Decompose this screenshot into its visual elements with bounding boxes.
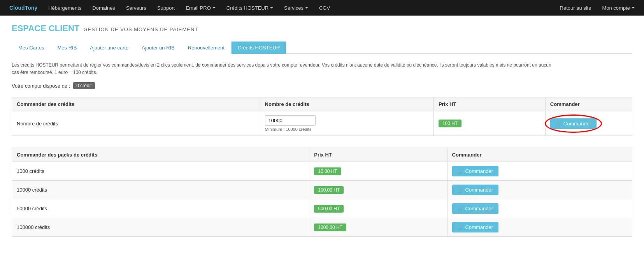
nav-support[interactable]: Support [152,0,181,16]
pack-label: 100000 crédits [12,218,309,237]
account-status: Votre compte dispose de : 0 crédit [12,82,632,89]
pack-commander-cell: Commander [447,181,632,199]
cart-icon [556,121,562,127]
pack-commander-cell: Commander [447,199,632,218]
pack-price-cell: 500,00 HT [309,199,447,218]
tab-mes-rib[interactable]: Mes RIB [51,41,83,54]
pack-price-cell: 1000,00 HT [309,218,447,237]
nav-services[interactable]: Services [279,0,314,16]
tab-ajouter-carte[interactable]: Ajouter une carte [83,41,135,54]
tab-ajouter-rib[interactable]: Ajouter un RIB [135,41,181,54]
pack-price-badge: 100,00 HT [314,186,344,194]
tab-mes-cartes[interactable]: Mes Cartes [12,41,51,54]
credits-price-badge: 100 HT [439,120,462,127]
credits-table-header-desc: Commander des crédits [12,97,260,111]
pack-price-cell: 10,00 HT [309,162,447,181]
page-header: ESPACE CLIENT GESTION DE VOS MOYENS DE P… [12,23,632,33]
tabs-container: Mes Cartes Mes RIB Ajouter une carte Ajo… [12,41,632,54]
credits-table: Commander des crédits Nombre de crédits … [12,97,632,136]
tab-credits-hosteur[interactable]: Crédits HOSTEUR [231,41,286,54]
credits-table-header-credits: Nombre de crédits [260,97,433,111]
credits-commander-button[interactable]: Commander [550,118,597,129]
credits-row-label: Nombre de crédits [12,111,260,136]
nav-retour-site[interactable]: Retour au site [555,0,597,16]
pack-price-badge: 1000,00 HT [314,224,346,231]
credits-row-input-cell: Minimum : 10000 crédits [260,111,433,136]
nav-hebergements[interactable]: Hébergements [43,0,87,16]
pack-row: 10000 crédits 100,00 HT Commander [12,181,632,199]
page-subtitle: GESTION DE VOS MOYENS DE PAIEMENT [83,26,198,32]
pack-commander-button-1[interactable]: Commander [452,185,499,195]
packs-table-header-commander: Commander [447,148,632,162]
account-status-label: Votre compte dispose de : [12,83,70,89]
pack-row: 1000 crédits 10,00 HT Commander [12,162,632,181]
credits-input[interactable] [265,115,316,126]
pack-row: 100000 crédits 1000,00 HT Commander [12,218,632,237]
nav-credits-hosteur[interactable]: Crédits HOSTEUR [221,0,279,16]
credits-table-row: Nombre de crédits Minimum : 10000 crédit… [12,111,632,136]
pack-row: 50000 crédits 500,00 HT Commander [12,199,632,218]
pack-commander-button-2[interactable]: Commander [452,203,499,214]
pack-label: 50000 crédits [12,199,309,218]
nav-cgv[interactable]: CGV [314,0,335,16]
page-content: ESPACE CLIENT GESTION DE VOS MOYENS DE P… [0,16,644,256]
nav-domaines[interactable]: Domaines [87,0,121,16]
pack-price-cell: 100,00 HT [309,181,447,199]
pack-price-badge: 500,00 HT [314,205,344,213]
credit-badge: 0 crédit [73,82,95,89]
pack-label: 10000 crédits [12,181,309,199]
cart-icon [458,206,463,211]
credits-input-hint: Minimum : 10000 crédits [265,127,429,132]
pack-price-badge: 10,00 HT [314,167,341,175]
cart-icon [458,224,463,230]
pack-commander-button-0[interactable]: Commander [452,166,499,176]
cart-icon [458,168,463,174]
packs-table-header-desc: Commander des packs de crédits [12,148,309,162]
tab-renouvellement[interactable]: Renouvellement [181,41,231,54]
pack-commander-cell: Commander [447,162,632,181]
cart-icon [458,187,463,193]
credits-row-commander-cell: Commander [545,111,632,136]
commander-btn-highlighted: Commander [550,118,597,129]
credits-table-header-prix: Prix HT [433,97,545,111]
page-title: ESPACE CLIENT [12,23,79,33]
nav-serveurs[interactable]: Serveurs [121,0,152,16]
packs-table-header-prix: Prix HT [309,148,447,162]
nav-brand[interactable]: CloudTony [4,0,43,16]
nav-mon-compte[interactable]: Mon compte [597,0,640,16]
navbar-left: CloudTony Hébergements Domaines Serveurs… [4,0,555,16]
navbar-right: Retour au site Mon compte [555,0,640,16]
credits-row-price-cell: 100 HT [433,111,545,136]
pack-commander-cell: Commander [447,218,632,237]
pack-commander-button-3[interactable]: Commander [452,222,499,232]
pack-label: 1000 crédits [12,162,309,181]
info-text: Les crédits HOSTEUR permettent de régler… [12,62,556,76]
packs-table: Commander des packs de crédits Prix HT C… [12,148,632,237]
nav-emailpro[interactable]: Email PRO [180,0,221,16]
navbar: CloudTony Hébergements Domaines Serveurs… [0,0,644,16]
credits-table-header-commander: Commander [545,97,632,111]
